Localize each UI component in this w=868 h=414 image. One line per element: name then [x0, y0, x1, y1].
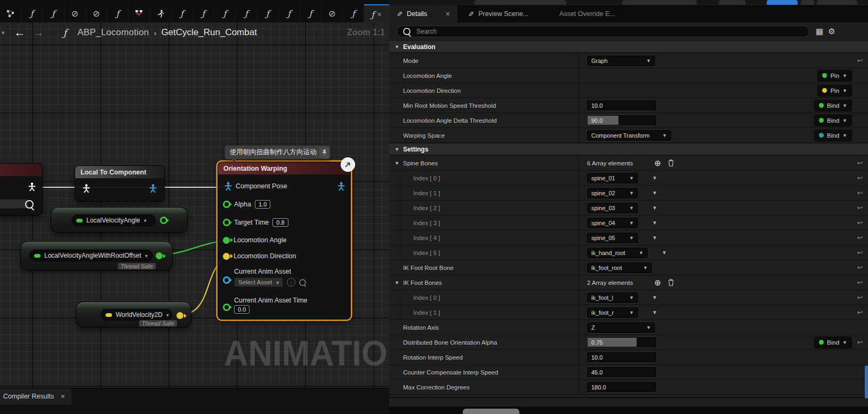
reset-to-default-icon[interactable]: ↩ [857, 204, 863, 212]
graph-tab-4-macro[interactable]: ⊘ [65, 4, 86, 22]
target-time-input-pin[interactable] [223, 219, 230, 226]
alpha-input-pin[interactable] [223, 201, 230, 208]
value-slider-input[interactable]: 90.0 [587, 115, 656, 125]
value-output-pin[interactable] [156, 252, 163, 259]
details-scrollbar[interactable] [865, 365, 868, 399]
graph-tab-12-fn[interactable]: ƒ [236, 4, 257, 22]
reset-to-default-icon[interactable]: ↩ [857, 264, 863, 272]
pose-output-pin[interactable] [337, 182, 345, 190]
tab-details[interactable]: ✎ Details ✕ [389, 5, 457, 22]
add-element-icon[interactable]: ⊕ [654, 158, 661, 168]
category-header-settings[interactable]: ▼Settings [389, 144, 868, 155]
variable-dropdown[interactable]: LocalVelocityAngle ▾ [71, 214, 156, 226]
chevron-down-icon[interactable]: ▼ [652, 175, 657, 181]
chevron-down-icon[interactable]: ▼ [652, 220, 657, 226]
locomotion-angle-input-pin[interactable] [223, 237, 230, 244]
current-anim-asset-time-value[interactable]: 0.0 [234, 305, 250, 314]
pose-input-pin[interactable] [83, 184, 90, 193]
tab-preview-scene[interactable]: ✎ Preview Scene... [461, 5, 536, 22]
chevron-down-icon[interactable]: ▼ [662, 250, 667, 256]
display-filter-icon[interactable]: ▦ [816, 27, 823, 36]
value-output-pin[interactable] [176, 312, 183, 319]
blueprint-graph-canvas[interactable]: ▾ ← → ƒ ABP_Locomotion › GetCycle_Run_Co… [0, 22, 389, 414]
Graph-select[interactable]: Graph▼ [587, 55, 655, 66]
select-asset-dropdown[interactable]: Select Asset ▾ [234, 277, 283, 287]
locomotion-direction-input-pin[interactable] [223, 253, 230, 260]
reset-to-default-icon[interactable]: ↩ [857, 219, 863, 227]
getter-local-velocity-angle[interactable]: LocalVelocityAngle ▾ [51, 207, 188, 233]
spine_04-bone-select[interactable]: spine_04▼ [587, 218, 638, 228]
chevron-down-icon[interactable]: ▼ [652, 235, 657, 241]
reset-to-default-icon[interactable]: ↩ [857, 159, 863, 167]
settings-gear-icon[interactable]: ⚙ [828, 27, 835, 36]
graph-tab-13-fn[interactable]: ƒ [257, 4, 278, 22]
bind-button[interactable]: Bind▼ [814, 115, 852, 126]
chevron-down-icon[interactable]: ▼ [652, 294, 657, 300]
getter-world-velocity-2d[interactable]: WorldVelocity2D ▾ Thread Safe [76, 301, 191, 328]
ik_foot_r-bone-select[interactable]: ik_foot_r▼ [587, 307, 638, 318]
graph-tab-3-fn[interactable]: ƒ [43, 4, 64, 22]
graph-tab-14-fn[interactable]: ƒ [279, 4, 300, 22]
graph-tab-18-fn[interactable]: ƒ✕ [364, 4, 389, 23]
graph-tab-8-run[interactable] [150, 4, 171, 22]
bind-button[interactable]: Bind▼ [814, 337, 852, 348]
cutoff-anim-node[interactable]: cle ▾ [0, 163, 43, 216]
graph-tab-16-macro[interactable]: ⊘ [322, 4, 343, 22]
tab-asset-override[interactable]: Asset Override E... [552, 5, 623, 22]
variable-dropdown[interactable]: WorldVelocity2D ▾ [101, 309, 172, 321]
breadcrumb-item-blueprint[interactable]: ABP_Locomotion [77, 27, 149, 38]
value-input[interactable]: 10.0 [587, 352, 656, 362]
graph-tab-2-fn[interactable]: ƒ [21, 4, 43, 22]
graph-tab-7-struct[interactable] [128, 4, 150, 22]
forward-button[interactable]: → [33, 26, 44, 39]
Z-select[interactable]: Z▼ [587, 322, 655, 333]
compiler-results-tab[interactable]: Compiler Results ✕ [0, 388, 71, 404]
trash-icon[interactable] [668, 279, 674, 286]
reset-to-default-icon[interactable]: ↩ [857, 249, 863, 257]
search-input[interactable] [415, 27, 778, 36]
getter-local-velocity-angle-with-root-offset[interactable]: LocalVelocityAngleWithRootOffset ▾ Threa… [20, 241, 173, 270]
orientation-warping-node[interactable]: Orientation Warping Component Pose [218, 162, 351, 320]
reset-to-default-icon[interactable]: ↩ [857, 189, 863, 197]
reset-to-default-icon[interactable]: ↩ [857, 57, 863, 65]
local-to-component-node[interactable]: Local To Component [75, 165, 165, 202]
chevron-down-icon[interactable]: ▼ [652, 309, 657, 315]
bind-button[interactable]: Bind▼ [814, 100, 852, 112]
comment-bubble[interactable]: 使用朝向扭曲制作八方向运动 [224, 145, 331, 160]
spine_03-bone-select[interactable]: spine_03▼ [587, 203, 638, 213]
variable-dropdown[interactable]: LocalVelocityAngleWithRootOffset ▾ [29, 250, 153, 261]
add-element-icon[interactable]: ⊕ [654, 278, 661, 288]
value-input[interactable]: 180.0 [587, 382, 656, 392]
graph-tab-9-fn[interactable]: ƒ [172, 4, 193, 22]
sequence-dropdown[interactable]: cle ▾ [0, 199, 28, 209]
collapse-triangle-icon[interactable]: ▼ [395, 147, 399, 152]
reset-to-default-icon[interactable]: ↩ [857, 174, 863, 182]
value-output-pin[interactable] [160, 217, 167, 224]
spine_01-bone-select[interactable]: spine_01▼ [587, 173, 638, 184]
value-slider-input[interactable]: 0.75 [587, 337, 656, 347]
graph-tab-6-fn[interactable]: ƒ [107, 4, 128, 22]
browse-asset-icon[interactable] [299, 279, 306, 286]
reset-to-default-icon[interactable]: ↩ [857, 308, 863, 316]
graph-tab-1-blueprint[interactable] [0, 4, 21, 22]
value-input[interactable]: 45.0 [587, 367, 656, 377]
close-icon[interactable]: ✕ [60, 393, 65, 400]
Component Transform-select[interactable]: Component Transform▼ [587, 130, 671, 141]
reset-to-default-icon[interactable]: ↩ [857, 234, 863, 242]
reset-to-default-icon[interactable]: ↩ [857, 293, 863, 301]
reset-to-default-icon[interactable]: ↩ [857, 278, 863, 286]
bind-button[interactable]: Bind▼ [814, 130, 852, 141]
ik_hand_root-bone-select[interactable]: ik_hand_root▼ [587, 248, 648, 258]
close-icon[interactable]: ✕ [377, 11, 382, 18]
graph-tab-5-macro[interactable]: ⊘ [86, 4, 107, 22]
chevron-down-icon[interactable]: ▼ [652, 205, 657, 211]
target-time-value[interactable]: 0.8 [272, 218, 288, 227]
pose-output-pin[interactable] [149, 184, 157, 193]
pin-button[interactable]: Pin▼ [817, 85, 852, 97]
spine_02-bone-select[interactable]: spine_02▼ [587, 188, 638, 198]
graph-tab-11-fn[interactable]: ƒ [214, 4, 236, 22]
search-box[interactable] [397, 26, 809, 37]
value-input[interactable]: 10.0 [587, 100, 656, 110]
close-icon[interactable]: ✕ [445, 11, 450, 18]
reset-to-default-icon[interactable]: ↩ [857, 338, 863, 346]
